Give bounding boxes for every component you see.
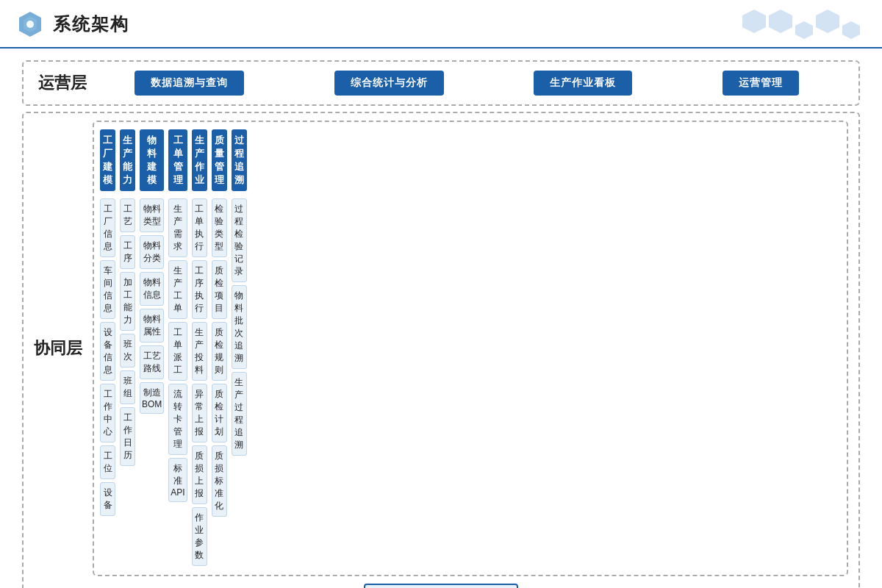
- iot-bar: [247, 137, 841, 563]
- wo-item-2: 工单派工: [168, 322, 187, 381]
- module-material: 物料建模 物料类型 物料分类 物料信息 物料属性 工艺路线 制造BOM: [140, 129, 164, 566]
- prod-item-4: 班组: [120, 370, 135, 404]
- module-factory: 工厂建模 工厂信息 车间信息 设备信息 工作中心 工位 设备: [100, 129, 115, 566]
- hex-3: [795, 21, 813, 39]
- module-workorder: 工单管理 生产需求 生产工单 工单派工 流转卡管理 标准API: [168, 129, 187, 566]
- svg-point-2: [26, 21, 34, 28]
- module-production-header: 生产能力: [120, 129, 135, 191]
- mat-item-0: 物料类型: [140, 198, 164, 232]
- module-factory-header: 工厂建模: [100, 129, 115, 191]
- qual-item-1: 质检项目: [212, 260, 227, 319]
- logo-icon: [15, 9, 46, 40]
- ops-btn-0[interactable]: 数据追溯与查询: [135, 71, 244, 96]
- qual-item-0: 检验类型: [212, 198, 227, 257]
- factory-item-0: 工厂信息: [100, 198, 115, 257]
- module-material-header: 物料建模: [140, 129, 164, 191]
- qual-item-3: 质检计划: [212, 384, 227, 442]
- ops-label: 运营层: [38, 72, 90, 94]
- prod-item-5: 工作日历: [120, 407, 135, 466]
- collab-modules: 工厂建模 工厂信息 车间信息 设备信息 工作中心 工位 设备 生产能力 工艺 工…: [100, 129, 247, 566]
- prod-item-0: 工艺: [120, 198, 135, 232]
- prod-item-1: 工序: [120, 235, 135, 269]
- iot-platform-row: IOT 物联网数采平台: [34, 584, 848, 588]
- factory-item-3: 工作中心: [100, 384, 115, 442]
- decorative-hexagons: [742, 10, 860, 39]
- collab-inner: 工厂建模 工厂信息 车间信息 设备信息 工作中心 工位 设备 生产能力 工艺 工…: [93, 121, 848, 576]
- module-traceability: 过程追溯 过程检验记录 物料批次追溯 生产过程追溯: [232, 129, 247, 566]
- module-quality: 质量管理 检验类型 质检项目 质检规则 质检计划 质损标准化: [212, 129, 227, 566]
- hex-2: [769, 10, 792, 33]
- ops-btn-1[interactable]: 综合统计与分析: [334, 71, 444, 96]
- trace-item-0: 过程检验记录: [232, 198, 247, 282]
- mat-item-3: 物料属性: [140, 309, 164, 343]
- main-content: 运营层 数据追溯与查询 综合统计与分析 生产作业看板 运营管理 协同层 工厂建模…: [0, 49, 882, 588]
- module-ops: 生产作业 工单执行 工序执行 生产投料 异常上报 质损上报 作业参数: [192, 129, 207, 566]
- mat-item-5: 制造BOM: [140, 382, 164, 414]
- wo-item-0: 生产需求: [168, 198, 187, 257]
- module-quality-header: 质量管理: [212, 129, 227, 191]
- ops-btn-2[interactable]: 生产作业看板: [534, 71, 632, 96]
- factory-item-1: 车间信息: [100, 260, 115, 319]
- mat-item-2: 物料信息: [140, 272, 164, 306]
- mat-item-4: 工艺路线: [140, 345, 164, 379]
- hex-4: [816, 10, 839, 33]
- prod-item-3: 班次: [120, 334, 135, 368]
- module-production: 生产能力 工艺 工序 加工能力 班次 班组 工作日历: [120, 129, 135, 566]
- ops-item-2: 生产投料: [192, 322, 207, 381]
- module-trace-header: 过程追溯: [232, 129, 247, 191]
- wo-item-4: 标准API: [168, 458, 187, 502]
- ops-item-5: 作业参数: [192, 507, 207, 566]
- qual-item-2: 质检规则: [212, 322, 227, 381]
- wo-item-1: 生产工单: [168, 260, 187, 319]
- collab-outer: 协同层 工厂建模 工厂信息 车间信息 设备信息 工作中心 工位 设备: [22, 112, 860, 588]
- ops-item-1: 工序执行: [192, 260, 207, 319]
- prod-item-2: 加工能力: [120, 272, 135, 331]
- page-title: 系统架构: [53, 12, 129, 36]
- trace-item-1: 物料批次追溯: [232, 285, 247, 369]
- ops-layer: 运营层 数据追溯与查询 综合统计与分析 生产作业看板 运营管理: [22, 60, 860, 106]
- ops-btn-3[interactable]: 运营管理: [723, 71, 799, 96]
- iot-btn[interactable]: IOT 物联网数采平台: [364, 584, 517, 588]
- ops-item-3: 异常上报: [192, 384, 207, 442]
- module-ops-header: 生产作业: [192, 129, 207, 191]
- page-header: 系统架构: [0, 0, 882, 49]
- ops-item-0: 工单执行: [192, 198, 207, 257]
- module-workorder-header: 工单管理: [168, 129, 187, 191]
- ops-buttons: 数据追溯与查询 综合统计与分析 生产作业看板 运营管理: [90, 71, 844, 96]
- header-left: 系统架构: [15, 9, 129, 40]
- hex-5: [842, 21, 860, 39]
- collab-label: 协同层: [34, 121, 85, 576]
- wo-item-3: 流转卡管理: [168, 384, 187, 455]
- qual-item-4: 质损标准化: [212, 445, 227, 517]
- factory-item-2: 设备信息: [100, 322, 115, 381]
- factory-item-4: 工位: [100, 445, 115, 479]
- hex-1: [742, 10, 766, 33]
- mat-item-1: 物料分类: [140, 235, 164, 269]
- ops-item-4: 质损上报: [192, 445, 207, 504]
- trace-item-2: 生产过程追溯: [232, 372, 247, 456]
- factory-item-5: 设备: [100, 482, 115, 516]
